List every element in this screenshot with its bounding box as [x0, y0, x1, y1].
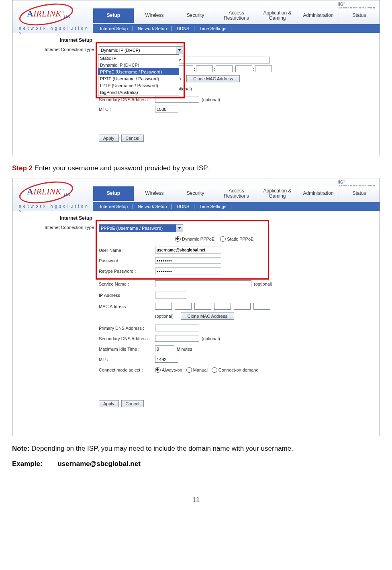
- tab-application-gaming[interactable]: Application & Gaming: [257, 8, 298, 23]
- radio-dynamic-label: Dynamic PPPoE: [182, 237, 214, 241]
- tab-status[interactable]: Status: [339, 186, 380, 201]
- dns2-input[interactable]: [155, 96, 199, 103]
- screenshot-2: IIG® WIRELESS ROUTER AIRLINK™ 101 n e t …: [12, 178, 380, 436]
- dns1-label: Primary DNS Address :: [99, 326, 155, 331]
- subtab-time-settings[interactable]: Time Settings: [194, 26, 231, 31]
- mtu-input[interactable]: [155, 356, 178, 363]
- idle-label: Maximum Idle Time :: [99, 347, 155, 351]
- tab-application-gaming[interactable]: Application & Gaming: [257, 186, 298, 201]
- subtab-time-settings[interactable]: Time Settings: [194, 204, 231, 209]
- password-input[interactable]: [155, 257, 221, 264]
- retype-label: Retype Password :: [99, 269, 155, 274]
- screenshot-1: IIG® WIRELESS ROUTER AIRLINK™ 101 n e t …: [12, 0, 380, 155]
- clone-mac-button[interactable]: Clone MAC Address: [186, 75, 240, 82]
- mac-oct-input[interactable]: [235, 65, 252, 72]
- nav-tabs: Setup Wireless Security Access Restricti…: [93, 8, 380, 23]
- page-number: 11: [12, 496, 380, 512]
- conn-type-select[interactable]: Dynamic IP (DHCP): [99, 46, 183, 54]
- nav-tabs: Setup Wireless Security Access Restricti…: [93, 186, 380, 201]
- cancel-button[interactable]: Cancel: [121, 400, 144, 407]
- dns2-label: Secondary DNS Address :: [99, 97, 155, 102]
- ip-label: IP Address :: [99, 293, 155, 298]
- mtu-input[interactable]: [155, 106, 178, 112]
- radio-always-on[interactable]: [155, 367, 161, 373]
- ip-input[interactable]: [155, 292, 187, 298]
- brand-tagline: n e t w o r k i n g s o l u t i o n s: [16, 26, 91, 35]
- retype-password-input[interactable]: [155, 268, 221, 274]
- subtab-internet-setup[interactable]: Internet Setup: [95, 204, 133, 209]
- airlink-logo: AIRLINK™ 101: [16, 180, 77, 203]
- tab-access-restrictions[interactable]: Access Restrictions: [216, 8, 257, 23]
- mac-oct-input[interactable]: [234, 303, 251, 310]
- opt-dynamic-ip[interactable]: Dynamic IP (DHCP): [98, 61, 179, 68]
- mode-demand-label: Connect-on demand: [218, 368, 259, 372]
- mtu-label: MTU :: [99, 357, 155, 362]
- tab-administration[interactable]: Administration: [298, 8, 339, 23]
- mac-oct-input[interactable]: [194, 303, 211, 310]
- subtab-internet-setup[interactable]: Internet Setup: [95, 26, 133, 31]
- tab-security[interactable]: Security: [175, 8, 216, 23]
- conn-type-dropdown[interactable]: Static IP Dynamic IP (DHCP) PPPoE (Usern…: [98, 54, 179, 96]
- chevron-down-icon: [178, 49, 181, 51]
- service-input[interactable]: [155, 280, 251, 287]
- conn-type-label: Internet Connection Type: [28, 47, 94, 52]
- tab-security[interactable]: Security: [175, 186, 216, 201]
- dns2-label: Secondary DNS Address :: [99, 336, 155, 341]
- mtu-label: MTU :: [99, 107, 155, 112]
- connmode-label: Connect mode select :: [99, 368, 155, 372]
- idle-input[interactable]: [155, 345, 174, 352]
- tab-administration[interactable]: Administration: [298, 186, 339, 201]
- radio-demand[interactable]: [212, 367, 217, 373]
- cancel-button[interactable]: Cancel: [121, 135, 144, 142]
- dns2-input[interactable]: [155, 335, 199, 342]
- tab-status[interactable]: Status: [339, 8, 380, 23]
- opt-pppoe[interactable]: PPPoE (Username / Password): [98, 68, 179, 75]
- apply-button[interactable]: Apply: [99, 400, 119, 407]
- mac-oct-input[interactable]: [155, 303, 172, 310]
- tab-setup[interactable]: Setup: [93, 186, 134, 201]
- conn-type-select[interactable]: PPPoE (Username / Password): [99, 224, 183, 232]
- optional-text: (optional): [254, 282, 272, 286]
- pass-label: Password :: [99, 258, 155, 263]
- partial-host-input[interactable]: [174, 57, 270, 63]
- chevron-down-icon: [178, 227, 181, 229]
- mac-oct-input[interactable]: [216, 65, 233, 72]
- opt-l2tp[interactable]: L2TP (Username / Password): [98, 82, 179, 89]
- clone-mac-button[interactable]: Clone MAC Address: [181, 313, 234, 320]
- subtab-ddns[interactable]: DDNS: [172, 204, 194, 209]
- subtab-network-setup[interactable]: Network Setup: [133, 26, 172, 31]
- tab-setup[interactable]: Setup: [93, 8, 134, 23]
- service-label: Service Name :: [99, 282, 155, 286]
- apply-button[interactable]: Apply: [99, 135, 119, 142]
- tab-wireless[interactable]: Wireless: [134, 186, 175, 201]
- mac-oct-input[interactable]: [196, 65, 213, 72]
- mac-label: MAC Address :: [99, 304, 155, 309]
- radio-manual[interactable]: [186, 367, 192, 373]
- sub-nav: Internet Setup Network Setup DDNS Time S…: [93, 202, 380, 211]
- opt-bigpond[interactable]: BigPond (Australia): [98, 89, 179, 96]
- optional-text: (optional): [202, 97, 220, 102]
- radio-dynamic-pppoe[interactable]: [175, 236, 181, 242]
- mode-always-label: Always-on: [162, 368, 182, 372]
- example-line: Example: username@sbcglobal.net: [12, 460, 380, 468]
- brand-tagline: n e t w o r k i n g s o l u t i o n s: [16, 204, 91, 213]
- dns1-input[interactable]: [155, 325, 199, 331]
- opt-static-ip[interactable]: Static IP: [98, 55, 179, 61]
- mac-oct-input[interactable]: [214, 303, 231, 310]
- tab-wireless[interactable]: Wireless: [134, 8, 175, 23]
- subtab-ddns[interactable]: DDNS: [172, 26, 194, 31]
- tab-access-restrictions[interactable]: Access Restrictions: [216, 186, 257, 201]
- optional-text: (optional): [202, 336, 220, 341]
- optional-text: (optional): [155, 314, 174, 319]
- mac-oct-input[interactable]: [175, 303, 192, 310]
- username-input[interactable]: [155, 247, 221, 253]
- mac-oct-input[interactable]: [253, 303, 270, 310]
- user-label: User Name :: [99, 248, 155, 253]
- note-text: Note: Depending on the ISP, you may need…: [12, 445, 380, 453]
- opt-pptp[interactable]: PPTP (Username / Password): [98, 75, 179, 82]
- subtab-network-setup[interactable]: Network Setup: [133, 204, 172, 209]
- mac-oct-input[interactable]: [255, 65, 272, 72]
- conn-type-label: Internet Connection Type: [28, 225, 94, 230]
- radio-static-pppoe[interactable]: [220, 236, 226, 242]
- mode-manual-label: Manual: [193, 368, 208, 372]
